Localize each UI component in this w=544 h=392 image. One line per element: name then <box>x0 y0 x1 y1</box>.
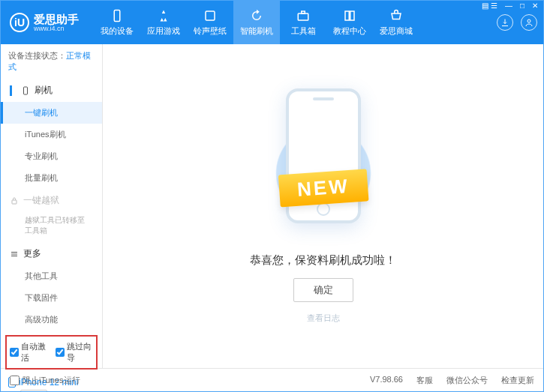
phone-icon <box>110 9 124 22</box>
cart-icon <box>389 9 403 22</box>
sidebar-item-oneclick[interactable]: 一键刷机 <box>1 102 102 124</box>
menu-lines-icon <box>10 250 19 259</box>
wallpaper-icon <box>203 9 217 22</box>
download-button[interactable] <box>497 14 513 31</box>
window-controls: ▤ ☰ — □ ✕ <box>480 1 539 10</box>
app-subtitle: www.i4.cn <box>34 25 79 32</box>
sidebar-item-batch[interactable]: 批量刷机 <box>1 167 102 189</box>
main-nav: 我的设备 应用游戏 铃声壁纸 智能刷机 工具箱 教程中心 爱思商城 <box>94 1 497 44</box>
book-icon <box>343 9 356 22</box>
check-update-link[interactable]: 检查更新 <box>501 375 534 386</box>
logo-icon: iU <box>10 13 29 32</box>
block-itunes-checkbox[interactable]: 阻止iTunes运行 <box>10 375 80 386</box>
nav-toolbox[interactable]: 工具箱 <box>280 1 326 44</box>
sidebar-section-flash[interactable]: 刷机 <box>1 79 102 102</box>
svg-rect-2 <box>298 13 308 20</box>
svg-rect-5 <box>24 87 28 94</box>
user-icon <box>524 18 533 27</box>
header-bar: iU 爱思助手 www.i4.cn 我的设备 应用游戏 铃声壁纸 智能刷机 工具… <box>1 1 543 44</box>
download-icon <box>500 18 509 27</box>
phone-small-icon <box>21 86 30 95</box>
sidebar-section-jailbreak: 一键越狱 <box>1 189 102 212</box>
main-content: NEW 恭喜您，保资料刷机成功啦！ 确定 查看日志 <box>103 44 543 368</box>
phone-illustration: NEW <box>278 88 368 238</box>
sidebar-section-more[interactable]: 更多 <box>1 242 102 265</box>
view-log-link[interactable]: 查看日志 <box>307 313 340 324</box>
sidebar-item-download-fw[interactable]: 下载固件 <box>1 287 102 309</box>
nav-tutorials[interactable]: 教程中心 <box>326 1 373 44</box>
svg-rect-0 <box>114 10 120 21</box>
wechat-link[interactable]: 微信公众号 <box>446 375 488 386</box>
nav-flash[interactable]: 智能刷机 <box>233 1 280 44</box>
svg-rect-3 <box>302 11 305 13</box>
toolbox-icon <box>296 9 310 22</box>
auto-activate-checkbox[interactable]: 自动激活 <box>10 341 48 364</box>
close-icon[interactable]: ✕ <box>530 1 539 10</box>
header-actions <box>497 14 537 31</box>
option-checkboxes: 自动激活 跳过向导 <box>5 335 98 370</box>
refresh-icon <box>250 9 263 22</box>
sidebar: 设备连接状态：正常模式 刷机 一键刷机 iTunes刷机 专业刷机 批量刷机 一… <box>1 44 103 368</box>
confirm-button[interactable]: 确定 <box>293 278 353 302</box>
maximize-icon[interactable]: □ <box>518 1 526 10</box>
new-ribbon: NEW <box>278 169 368 207</box>
minimize-icon[interactable]: — <box>503 1 514 10</box>
connection-status: 设备连接状态：正常模式 <box>1 44 102 79</box>
version-label: V7.98.66 <box>370 375 403 386</box>
sidebar-item-pro[interactable]: 专业刷机 <box>1 145 102 167</box>
sidebar-item-other[interactable]: 其他工具 <box>1 265 102 287</box>
success-message: 恭喜您，保资料刷机成功啦！ <box>250 253 396 268</box>
nav-ringtones[interactable]: 铃声壁纸 <box>187 1 233 44</box>
app-title: 爱思助手 <box>34 13 79 25</box>
user-button[interactable] <box>521 14 537 31</box>
sidebar-item-itunes[interactable]: iTunes刷机 <box>1 124 102 145</box>
lock-icon <box>10 196 19 205</box>
svg-rect-1 <box>206 11 215 20</box>
jailbreak-note: 越狱工具已转移至 工具箱 <box>1 212 102 242</box>
customer-service-link[interactable]: 客服 <box>416 375 433 386</box>
sidebar-item-advanced[interactable]: 高级功能 <box>1 309 102 331</box>
svg-rect-6 <box>12 200 17 204</box>
skip-guide-checkbox[interactable]: 跳过向导 <box>56 341 94 364</box>
nav-store[interactable]: 爱思商城 <box>373 1 419 44</box>
svg-point-4 <box>527 19 530 22</box>
nav-my-device[interactable]: 我的设备 <box>94 1 140 44</box>
logo: iU 爱思助手 www.i4.cn <box>10 13 79 32</box>
menu-icon[interactable]: ▤ ☰ <box>480 1 499 10</box>
nav-apps[interactable]: 应用游戏 <box>140 1 187 44</box>
apps-icon <box>157 9 170 22</box>
